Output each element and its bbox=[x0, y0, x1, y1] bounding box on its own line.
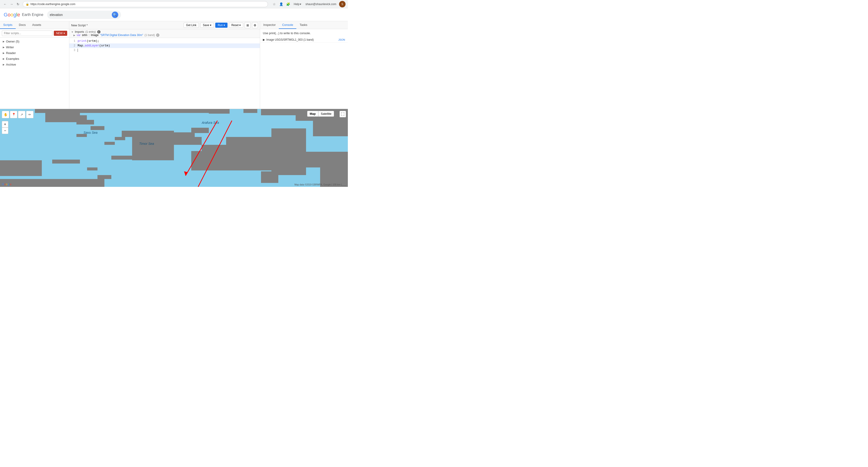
var-keyword: var bbox=[77, 33, 81, 37]
map-tools-row: ✋ 📍 ↗ ✏ bbox=[2, 111, 33, 118]
grid-icon-button[interactable]: ⊞ bbox=[245, 22, 251, 28]
fullscreen-button[interactable]: ⛶ bbox=[340, 111, 346, 117]
bookmark-icon[interactable]: ☆ bbox=[272, 1, 277, 7]
tab-docs[interactable]: Docs bbox=[16, 21, 29, 29]
profile-icon[interactable]: 👤 bbox=[279, 1, 284, 7]
map-container[interactable]: ✋ 📍 ↗ ✏ + − Layers Map Satellite ⛶ Savu … bbox=[0, 109, 348, 187]
nav-buttons: ← → ↻ bbox=[2, 1, 21, 7]
var-detail: (1 band) bbox=[145, 33, 155, 37]
help-button[interactable]: Help ▾ bbox=[292, 2, 303, 6]
land-mass-1 bbox=[35, 109, 209, 113]
savu-sea-label: Savu Sea bbox=[83, 131, 97, 134]
back-button[interactable]: ← bbox=[2, 1, 8, 7]
app-header: Google Earth Engine 🔍 bbox=[0, 8, 348, 21]
reload-button[interactable]: ↻ bbox=[15, 1, 21, 7]
land-mass-20 bbox=[306, 152, 348, 167]
panels-row: Scripts Docs Assets NEW ▾ ▶ Owner (5) ▶ … bbox=[0, 21, 348, 109]
user-avatar[interactable]: S bbox=[339, 1, 345, 7]
map-type-satellite[interactable]: Satellite bbox=[318, 111, 334, 117]
map-type-buttons: Map Satellite bbox=[307, 111, 334, 117]
tree-item-examples[interactable]: ▶ Examples bbox=[0, 56, 69, 62]
code-content-2: Map.addLayer(srtm) bbox=[78, 43, 260, 48]
tab-inspector[interactable]: Inspector bbox=[260, 21, 279, 29]
reset-button[interactable]: Reset ▾ bbox=[229, 23, 243, 28]
left-panel: Scripts Docs Assets NEW ▾ ▶ Owner (5) ▶ … bbox=[0, 21, 69, 109]
svg-marker-1 bbox=[184, 172, 188, 176]
code-line-3: 3 bbox=[69, 48, 260, 53]
tree-item-archive[interactable]: ▶ Archive bbox=[0, 62, 69, 67]
land-mass-23 bbox=[111, 156, 139, 160]
timor-sea-label: Timor Sea bbox=[139, 142, 154, 146]
map-pin-tool[interactable]: 📍 bbox=[10, 111, 17, 118]
google-logo: Google bbox=[2, 183, 11, 186]
extension-icon[interactable]: 🧩 bbox=[285, 1, 291, 7]
settings-icon-button[interactable]: ⚙ bbox=[252, 22, 258, 28]
logo-app-name: Earth Engine bbox=[22, 13, 43, 17]
land-mass-16 bbox=[226, 137, 278, 156]
var-value: "SRTM Digital Elevation Data 30m" bbox=[100, 33, 143, 37]
browser-chrome: ← → ↻ 🔒 https://code.earthengine.google.… bbox=[0, 0, 348, 8]
new-script-button[interactable]: NEW ▾ bbox=[54, 31, 67, 36]
search-box: 🔍 bbox=[47, 11, 121, 19]
console-item-0[interactable]: ▶ Image USGS/SRTMGL1_003 (1 band) JSON bbox=[260, 37, 348, 42]
arafura-sea-label: Arafura Sea bbox=[202, 121, 219, 124]
tree-item-writer[interactable]: ▶ Writer bbox=[0, 44, 69, 50]
editor-panel: New Script * Get Link Save ▾ Run ▾ Reset… bbox=[69, 21, 260, 109]
get-link-button[interactable]: Get Link bbox=[184, 23, 199, 28]
tab-assets[interactable]: Assets bbox=[29, 21, 44, 29]
var-email-icon[interactable]: ✉ bbox=[156, 33, 159, 37]
land-mass-28 bbox=[0, 179, 104, 187]
zoom-in-button[interactable]: + bbox=[2, 121, 8, 127]
map-hand-tool[interactable]: ✋ bbox=[2, 111, 9, 118]
map-draw-tool[interactable]: ✏ bbox=[26, 111, 33, 118]
zoom-controls: + − bbox=[2, 121, 8, 134]
map-row: ✋ 📍 ↗ ✏ + − Layers Map Satellite ⛶ Savu … bbox=[0, 109, 348, 187]
land-mass-31 bbox=[243, 109, 257, 113]
code-editor[interactable]: 1 print(srtm); 2 Map.addLayer(srtm) 3 bbox=[69, 38, 260, 109]
json-link[interactable]: JSON bbox=[338, 38, 345, 41]
land-mass-29 bbox=[0, 160, 42, 176]
lock-icon: 🔒 bbox=[26, 3, 29, 6]
filter-scripts-input[interactable] bbox=[2, 30, 53, 36]
address-bar[interactable]: 🔒 https://code.earthengine.google.com bbox=[23, 1, 268, 7]
land-mass-19 bbox=[313, 121, 348, 136]
var-type: Image bbox=[91, 33, 98, 37]
forward-button[interactable]: → bbox=[9, 1, 14, 7]
var-expand-arrow[interactable]: ▶ bbox=[73, 34, 75, 36]
land-mass-5 bbox=[76, 120, 94, 124]
import-bar: ▼ Imports (1 entry) ℹ ▶ var srtm: Image … bbox=[69, 29, 260, 38]
map-measure-tool[interactable]: ↗ bbox=[18, 111, 25, 118]
tree-item-owner[interactable]: ▶ Owner (5) bbox=[0, 38, 69, 44]
land-mass-11 bbox=[174, 137, 202, 145]
right-tabs: Inspector Console Tasks bbox=[260, 21, 348, 29]
land-mass-27 bbox=[97, 175, 111, 179]
import-collapse-arrow[interactable]: ▼ bbox=[71, 31, 73, 33]
import-info-icon[interactable]: ℹ bbox=[97, 30, 100, 33]
tab-tasks[interactable]: Tasks bbox=[296, 21, 310, 29]
run-button[interactable]: Run ▾ bbox=[215, 23, 227, 28]
url-text: https://code.earthengine.google.com bbox=[30, 3, 75, 6]
left-tabs: Scripts Docs Assets bbox=[0, 21, 69, 29]
tab-console[interactable]: Console bbox=[279, 21, 296, 29]
browser-actions: ☆ 👤 🧩 Help ▾ shaun@shaunlevick.com S bbox=[272, 1, 345, 7]
console-item-label: Image USGS/SRTMGL1_003 (1 band) bbox=[266, 38, 314, 41]
search-button[interactable]: 🔍 bbox=[112, 11, 118, 18]
zoom-out-button[interactable]: − bbox=[2, 127, 8, 134]
code-content-1: print(srtm); bbox=[78, 39, 260, 43]
tree-item-reader[interactable]: ▶ Reader bbox=[0, 50, 69, 56]
console-hint: Use print(...) to write to this console. bbox=[260, 29, 348, 37]
var-name: srtm bbox=[82, 33, 87, 37]
user-email[interactable]: shaun@shaunlevick.com bbox=[304, 2, 338, 6]
save-button[interactable]: Save ▾ bbox=[200, 23, 214, 28]
filter-row: NEW ▾ bbox=[0, 29, 69, 38]
tab-scripts[interactable]: Scripts bbox=[0, 21, 16, 29]
import-label: Imports bbox=[75, 30, 84, 33]
land-mass-13 bbox=[191, 128, 209, 133]
import-header-row: ▼ Imports (1 entry) ℹ bbox=[71, 30, 258, 33]
land-mass-25 bbox=[104, 142, 115, 145]
map-type-map[interactable]: Map bbox=[307, 111, 318, 117]
search-input[interactable] bbox=[50, 13, 110, 17]
code-line-1: 1 print(srtm); bbox=[69, 39, 260, 43]
map-footer: Map data ©2019 GBRMPA, Google | 100 km L… bbox=[294, 183, 346, 186]
land-mass-6 bbox=[91, 126, 104, 130]
